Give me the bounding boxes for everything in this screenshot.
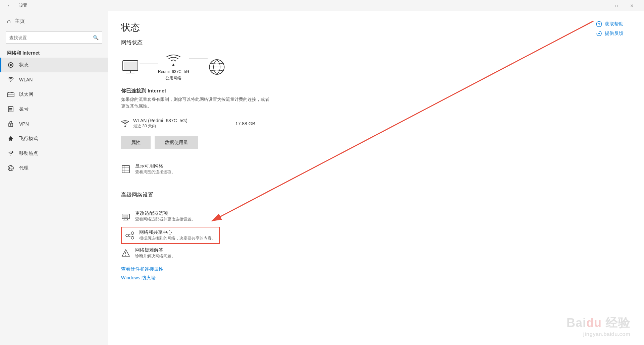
show-networks-item[interactable]: 显示可用网络 查看周围的连接选项。 xyxy=(121,158,238,180)
adapter-sub: 查看网络适配器并更改连接设置。 xyxy=(135,216,196,222)
diagram-computer xyxy=(121,60,140,75)
diagram-globe xyxy=(208,59,226,75)
svg-point-30 xyxy=(124,126,126,127)
diagram-wifi: Redmi_637C_5G 公用网络 xyxy=(158,53,189,81)
troubleshoot-sub: 诊断并解决网络问题。 xyxy=(135,253,175,259)
show-networks-text: 显示可用网络 查看周围的连接选项。 xyxy=(135,163,175,175)
wlan-icon xyxy=(7,76,14,83)
sidebar-item-hotspot[interactable]: 移动热点 xyxy=(0,146,108,161)
wlan-row-left: WLAN (Redmi_637C_5G) 最近 30 天内 xyxy=(121,118,187,129)
titlebar-left: ← 设置 xyxy=(4,0,27,11)
settings-window: ← 设置 – □ ✕ ⌂ 主页 🔍 网络和 Internet xyxy=(0,0,644,345)
sidebar-section-title: 网络和 Internet xyxy=(0,46,108,58)
properties-button[interactable]: 属性 xyxy=(121,136,151,149)
back-button[interactable]: ← xyxy=(4,0,15,11)
page-title: 状态 xyxy=(121,21,630,34)
baidu-url: jingyan.baidu.com xyxy=(567,331,630,338)
sidebar-item-proxy[interactable]: 代理 xyxy=(0,161,108,176)
svg-rect-31 xyxy=(122,165,129,173)
wifi-type: 公用网络 xyxy=(165,75,181,81)
minimize-button[interactable]: – xyxy=(593,0,609,11)
svg-point-1 xyxy=(10,64,12,66)
svg-point-11 xyxy=(11,108,12,109)
sidebar-item-wlan[interactable]: WLAN xyxy=(0,72,108,87)
windows-firewall-link[interactable]: Windows 防火墙 xyxy=(121,275,630,281)
dialup-label: 拨号 xyxy=(19,106,29,112)
proxy-label: 代理 xyxy=(19,165,29,171)
show-networks-sub: 查看周围的连接选项。 xyxy=(135,169,175,175)
airplane-icon xyxy=(7,135,14,142)
baidu-watermark: Baidu 经验 jingyan.baidu.com xyxy=(567,315,630,338)
line1 xyxy=(140,64,158,64)
svg-point-17 xyxy=(12,151,13,153)
svg-line-48 xyxy=(212,21,594,221)
svg-point-10 xyxy=(10,108,11,109)
sidebar-item-vpn[interactable]: VPN xyxy=(0,117,108,131)
svg-point-46 xyxy=(125,255,126,255)
troubleshoot-item[interactable]: 网络疑难解答 诊断并解决网络问题。 xyxy=(121,244,238,264)
sharing-title: 网络和共享中心 xyxy=(139,229,216,235)
hotspot-label: 移动热点 xyxy=(19,150,38,156)
sidebar-home-item[interactable]: ⌂ 主页 xyxy=(0,14,108,29)
svg-point-40 xyxy=(126,234,128,237)
svg-line-43 xyxy=(128,234,131,235)
troubleshoot-title: 网络疑难解答 xyxy=(135,247,175,253)
status-label: 状态 xyxy=(19,62,29,68)
svg-point-13 xyxy=(10,110,11,111)
svg-point-42 xyxy=(131,236,134,239)
adapter-title: 更改适配器选项 xyxy=(135,210,196,216)
sidebar-item-status[interactable]: 状态 xyxy=(0,58,108,72)
titlebar-title: 设置 xyxy=(19,3,27,8)
wifi-name: Redmi_637C_5G xyxy=(158,69,189,74)
hardware-link[interactable]: 查看硬件和连接属性 xyxy=(121,266,630,272)
adapter-text: 更改适配器选项 查看网络适配器并更改连接设置。 xyxy=(135,210,196,222)
feedback-link[interactable]: 提供反馈 xyxy=(596,30,624,37)
svg-point-9 xyxy=(9,108,10,109)
home-label: 主页 xyxy=(15,18,25,24)
search-icon: 🔍 xyxy=(93,35,99,40)
sharing-icon xyxy=(125,231,135,240)
wifi-diagram-icon xyxy=(165,53,182,68)
help-icon: ? xyxy=(596,21,602,27)
titlebar-controls: – □ ✕ xyxy=(593,0,640,11)
advanced-divider xyxy=(121,204,630,204)
titlebar: ← 设置 – □ ✕ xyxy=(0,0,644,11)
globe-icon xyxy=(208,59,226,75)
get-help-link[interactable]: ? 获取帮助 xyxy=(596,21,624,27)
sidebar: ⌂ 主页 🔍 网络和 Internet 状态 WLAN xyxy=(0,11,108,345)
get-help-label: 获取帮助 xyxy=(605,21,624,27)
status-icon xyxy=(7,61,14,69)
troubleshoot-text: 网络疑难解答 诊断并解决网络问题。 xyxy=(135,247,175,259)
adapter-icon xyxy=(121,212,130,221)
sidebar-item-ethernet[interactable]: 以太网 xyxy=(0,87,108,102)
show-networks-icon xyxy=(121,164,130,174)
connection-desc: 如果你的流量套餐有限制，则你可以将此网络设置为按流量计费的连接，或者更改其他属性… xyxy=(121,96,272,109)
baidu-logo-text: Baidu 经验 xyxy=(567,315,630,331)
svg-point-14 xyxy=(11,110,12,111)
wlan-sub: 最近 30 天内 xyxy=(133,123,187,129)
svg-text:?: ? xyxy=(598,23,600,26)
svg-rect-8 xyxy=(8,107,13,112)
feedback-icon xyxy=(596,30,602,37)
sharing-center-item[interactable]: 网络和共享中心 根据所连接到的网络，决定要共享的内容。 xyxy=(121,227,220,244)
wlan-row-text: WLAN (Redmi_637C_5G) 最近 30 天内 xyxy=(133,118,187,129)
sidebar-item-airplane[interactable]: 飞行模式 xyxy=(0,131,108,146)
close-button[interactable]: ✕ xyxy=(624,0,640,11)
sidebar-item-dialup[interactable]: 拨号 xyxy=(0,102,108,117)
help-links: ? 获取帮助 提供反馈 xyxy=(596,21,624,37)
svg-rect-26 xyxy=(124,62,137,70)
show-networks-title: 显示可用网络 xyxy=(135,163,175,169)
adapter-options-item[interactable]: 更改适配器选项 查看网络适配器并更改连接设置。 xyxy=(121,206,238,227)
app-body: ⌂ 主页 🔍 网络和 Internet 状态 WLAN xyxy=(0,11,644,345)
home-icon: ⌂ xyxy=(7,18,11,25)
connection-title: 你已连接到 Internet xyxy=(121,88,630,94)
search-box[interactable]: 🔍 xyxy=(6,31,102,44)
btn-row: 属性 数据使用量 xyxy=(121,136,630,149)
advanced-section-title: 高级网络设置 xyxy=(121,192,630,199)
svg-point-27 xyxy=(172,64,174,66)
wlan-name: WLAN (Redmi_637C_5G) xyxy=(133,118,187,123)
maximize-button[interactable]: □ xyxy=(609,0,624,11)
search-input[interactable] xyxy=(9,35,93,40)
data-usage-button[interactable]: 数据使用量 xyxy=(155,136,198,149)
network-status-title: 网络状态 xyxy=(121,39,630,46)
